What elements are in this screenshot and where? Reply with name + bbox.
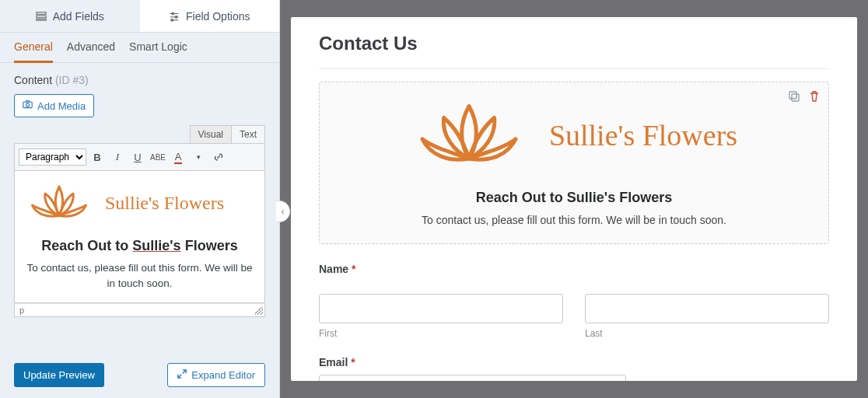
editor-body[interactable]: Sullie's Flowers Reach Out to Sullie's F… [14,171,265,303]
add-media-button[interactable]: Add Media [14,94,94,117]
subtab-advanced[interactable]: Advanced [67,40,115,62]
link-button[interactable] [209,148,228,166]
svg-point-6 [175,16,177,18]
underline-button[interactable]: U [128,148,147,166]
list-icon [36,11,47,22]
tab-add-fields[interactable]: Add Fields [0,0,140,32]
editor-status-path: p [14,303,265,317]
editor-paragraph: To contact us, please fill out this form… [24,260,255,292]
email-input[interactable] [319,375,626,381]
camera-icon [23,100,33,112]
brand-name: Sullie's Flowers [105,193,224,214]
expand-editor-button[interactable]: Expand Editor [167,363,265,387]
lotus-icon [411,96,527,174]
italic-button[interactable]: I [108,148,127,166]
update-preview-button[interactable]: Update Preview [14,363,104,387]
svg-point-10 [26,103,29,106]
svg-rect-11 [792,94,799,101]
field-label: Content [14,74,52,86]
format-select[interactable]: Paragraph [19,148,86,166]
svg-point-4 [172,12,174,15]
sliders-icon [169,11,180,22]
content-block[interactable]: Sullie's Flowers Reach Out to Sullie's F… [319,82,829,244]
editor-toolbar: Paragraph B I U ABE A ▾ [14,143,265,171]
preview-paragraph: To contact us, please fill out this form… [337,214,811,226]
name-label: Name * [319,263,829,275]
last-name-sublabel: Last [585,328,829,339]
field-id-meta: (ID #3) [55,74,89,86]
bold-button[interactable]: B [88,148,107,166]
email-label: Email * [319,356,829,368]
editor-tab-visual[interactable]: Visual [190,125,232,143]
svg-rect-1 [37,16,46,18]
strikethrough-button[interactable]: ABE [149,148,167,166]
lotus-icon [24,179,94,227]
duplicate-button[interactable] [788,90,800,103]
last-name-input[interactable] [585,294,829,323]
first-name-input[interactable] [319,294,563,323]
svg-point-8 [171,19,173,21]
text-color-dropdown[interactable]: ▾ [189,148,208,166]
subtab-general[interactable]: General [14,40,53,63]
tab-field-options-label: Field Options [186,10,250,23]
chevron-left-icon: ‹ [282,206,285,217]
preview-heading: Reach Out to Sullie's Flowers [337,190,811,206]
text-color-button[interactable]: A [169,148,187,166]
tab-field-options[interactable]: Field Options [140,0,280,32]
tab-add-fields-label: Add Fields [53,10,104,23]
editor-heading: Reach Out to Sullie's Flowers [24,238,255,254]
svg-rect-2 [37,19,46,20]
svg-rect-0 [37,12,46,14]
resize-grip-icon[interactable] [255,307,263,315]
editor-tab-text[interactable]: Text [232,125,265,143]
page-title: Contact Us [319,33,829,69]
delete-button[interactable] [808,90,821,103]
svg-rect-12 [789,92,796,99]
expand-editor-label: Expand Editor [191,369,255,381]
first-name-sublabel: First [319,328,563,339]
add-media-label: Add Media [37,100,86,112]
expand-icon [177,369,187,381]
preview-brand-name: Sullie's Flowers [549,118,737,152]
subtab-smart-logic[interactable]: Smart Logic [129,40,187,62]
